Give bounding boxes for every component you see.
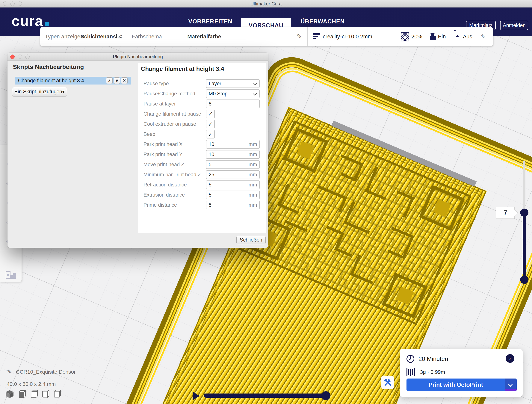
field-unit: mm: [249, 160, 257, 168]
dropdown-field[interactable]: Layer: [206, 79, 260, 88]
print-button-label: Print with OctoPrint: [406, 378, 505, 391]
tool-cell[interactable]: [0, 251, 22, 268]
model-dimensions: 40.0 x 80.0 x 2.4 mm: [7, 381, 56, 387]
edit-print-settings-icon[interactable]: ✎: [481, 27, 486, 46]
checkbox[interactable]: ✓: [206, 110, 215, 118]
view-top-icon[interactable]: [29, 389, 38, 398]
add-script-dropdown[interactable]: Ein Skript hinzufügen▾: [12, 87, 67, 96]
dialog-minimize-button[interactable]: [18, 55, 22, 59]
filament-icon: [406, 368, 416, 376]
dialog-titlebar[interactable]: Plugin Nachbearbeitung: [7, 53, 268, 61]
edit-color-scheme-icon[interactable]: ✎: [297, 27, 302, 46]
field-label: Pause at layer: [144, 99, 176, 109]
print-with-octoprint-button[interactable]: Print with OctoPrint: [406, 378, 517, 391]
hammer-wrench-icon: [384, 378, 392, 387]
field-value: 5: [209, 160, 211, 168]
rename-model-icon[interactable]: ✎: [7, 369, 12, 375]
material-estimate: 3g · 0.99m: [420, 369, 445, 375]
move-script-down-button[interactable]: ∨: [114, 77, 120, 84]
signin-button[interactable]: Anmelden: [500, 21, 528, 30]
window-close-button[interactable]: [3, 1, 7, 6]
view-left-icon[interactable]: [41, 389, 50, 398]
field-value: M0 Stop: [209, 90, 228, 98]
view-settings-toolbar: Typen anzeigen Schichtenansi... < Farbsc…: [40, 27, 493, 46]
tools-button[interactable]: [381, 376, 394, 389]
info-icon[interactable]: i: [506, 354, 514, 363]
dropdown-field[interactable]: M0 Stop: [206, 89, 260, 98]
text-field[interactable]: 5mm: [206, 160, 260, 169]
form-row: Pause typeLayer: [138, 78, 266, 89]
printer-profile[interactable]: creality-cr-10 0.2mm: [323, 27, 372, 46]
move-script-up-button[interactable]: ∧: [106, 77, 113, 84]
field-label: Pause type: [144, 78, 169, 89]
view-right-icon[interactable]: [53, 389, 62, 398]
field-label: Retraction distance: [144, 180, 187, 190]
form-row: Park print head Y10mm: [138, 149, 266, 160]
timeline-handle[interactable]: [322, 391, 330, 400]
view-type-select[interactable]: Schichtenansi...: [81, 27, 122, 46]
form-row: Prime distance5mm: [138, 200, 266, 210]
window-minimize-button[interactable]: [10, 1, 15, 6]
text-field[interactable]: 10mm: [206, 150, 260, 159]
field-value: 5: [209, 181, 211, 189]
close-dialog-button[interactable]: Schließen: [236, 236, 266, 244]
play-button[interactable]: [193, 392, 200, 400]
layer-slider-lower-handle[interactable]: [520, 276, 528, 284]
infill-value[interactable]: 20%: [411, 27, 422, 46]
field-label: Change filament at pause: [144, 109, 201, 119]
view-3d-icon[interactable]: [5, 389, 14, 398]
collapse-chevron-icon[interactable]: <: [119, 27, 122, 46]
field-value: 10: [209, 150, 214, 158]
settings-heading: Change filament at height 3.4: [141, 65, 224, 72]
text-field[interactable]: 5mm: [206, 180, 260, 189]
text-field[interactable]: 10mm: [206, 140, 260, 149]
layer-indicator-flag[interactable]: 7: [496, 207, 515, 218]
support-value[interactable]: Ein: [438, 27, 446, 46]
adhesion-value[interactable]: Aus: [463, 27, 472, 46]
chevron-down-icon: [508, 382, 513, 387]
print-button-dropdown[interactable]: [505, 378, 517, 391]
logo-dot-icon: [45, 22, 49, 26]
model-name: CCR10_Exquisite Densor: [16, 369, 76, 375]
window-title: Ultimaker Cura: [0, 0, 532, 7]
field-unit: mm: [249, 191, 257, 199]
field-unit: mm: [249, 150, 257, 158]
dialog-close-button[interactable]: [10, 55, 15, 59]
field-label: Move print head Z: [144, 160, 184, 170]
text-field[interactable]: 5mm: [206, 201, 260, 209]
window-zoom-button[interactable]: [18, 1, 22, 6]
form-row: Beep✓: [138, 129, 266, 139]
form-row: Move print head Z5mm: [138, 160, 266, 170]
checkbox[interactable]: ✓: [206, 120, 215, 128]
per-model-settings-icon: ✕: [6, 271, 16, 279]
text-field[interactable]: 8: [206, 100, 260, 108]
adhesion-icon: [454, 32, 462, 42]
color-scheme-select[interactable]: Materialfarbe: [187, 27, 221, 46]
layer-slider-range[interactable]: [523, 213, 526, 280]
field-label: Beep: [144, 129, 155, 139]
timeline-slider[interactable]: [204, 393, 327, 398]
remove-script-button[interactable]: ✕: [121, 77, 127, 84]
script-settings-panel: Change filament at height 3.4 Pause type…: [138, 63, 266, 233]
print-time-estimate: 20 Minuten: [418, 355, 448, 362]
settings-rows: Pause typeLayerPause/Change methodM0 Sto…: [138, 78, 266, 210]
field-value: 25: [209, 171, 214, 179]
text-field[interactable]: 5mm: [206, 191, 260, 199]
field-value: 5: [209, 191, 211, 199]
dialog-zoom-button[interactable]: [25, 55, 30, 59]
tool-per-model-settings[interactable]: ✕: [0, 268, 22, 282]
field-value: 8: [209, 100, 211, 108]
field-unit: mm: [249, 181, 257, 189]
form-row: Extrusion distance5mm: [138, 190, 266, 200]
toolbar-divider: [307, 27, 308, 46]
window-titlebar[interactable]: Ultimaker Cura: [0, 0, 532, 7]
text-field[interactable]: 25mm: [206, 170, 260, 179]
checkbox[interactable]: ✓: [206, 130, 215, 139]
layer-slider-upper-handle[interactable]: [520, 209, 528, 217]
form-row: Cool extruder on pause✓: [138, 119, 266, 129]
form-row: Pause at layer8: [138, 99, 266, 109]
view-front-icon[interactable]: [17, 389, 26, 398]
support-icon: [429, 32, 437, 41]
model-name-row[interactable]: ✎ CCR10_Exquisite Densor: [7, 368, 76, 375]
selected-script-item[interactable]: Change filament at height 3.4 ∧ ∨ ✕: [15, 77, 131, 84]
